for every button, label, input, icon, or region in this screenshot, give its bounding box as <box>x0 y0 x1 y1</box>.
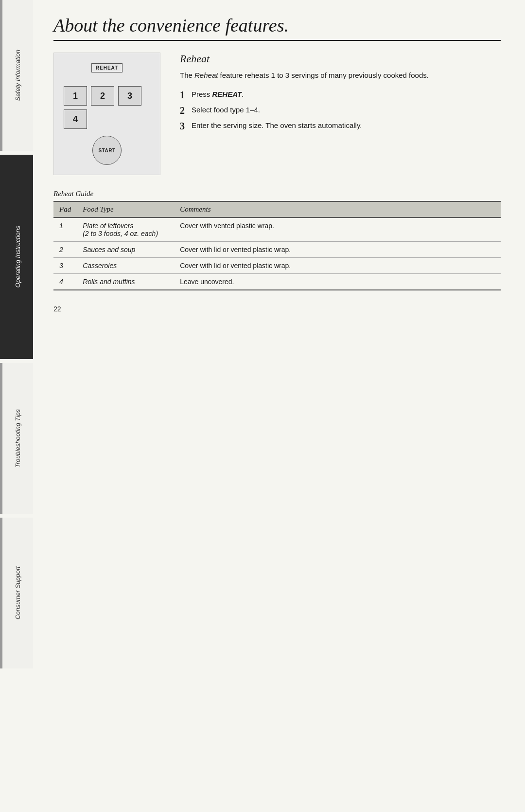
reheat-heading: Reheat <box>180 53 501 65</box>
step-1-text: Press REHEAT. <box>192 89 501 100</box>
table-cell-food-3: Casseroles <box>77 258 174 274</box>
table-row: 3 Casseroles Cover with lid or vented pl… <box>53 258 501 274</box>
page-title: About the convenience features. <box>53 15 501 36</box>
table-cell-comment-2: Cover with lid or vented plastic wrap. <box>174 242 501 258</box>
sidebar-section-consumer: Consumer Support <box>0 518 33 668</box>
table-cell-pad-3: 3 <box>53 258 77 274</box>
table-cell-food-2: Sauces and soup <box>77 242 174 258</box>
sidebar-section-safety: Safety Information <box>0 0 33 151</box>
sidebar-section-operating: Operating Instructions <box>0 155 33 359</box>
reheat-guide-heading: Reheat Guide <box>53 190 501 198</box>
table-row: 1 Plate of leftovers (2 to 3 foods, 4 oz… <box>53 217 501 242</box>
keypad-number-row-bottom: 4 <box>64 109 150 129</box>
table-header-row: Pad Food Type Comments <box>53 201 501 217</box>
main-content: About the convenience features. REHEAT 1… <box>39 0 525 332</box>
table-cell-comment-1: Cover with vented plastic wrap. <box>174 217 501 242</box>
keypad-key-4[interactable]: 4 <box>64 109 87 129</box>
table-header-pad: Pad <box>53 201 77 217</box>
keypad-start-button[interactable]: START <box>92 136 122 165</box>
table-cell-comment-4: Leave uncovered. <box>174 274 501 290</box>
top-section: REHEAT 1 2 3 4 START Reheat The Reheat <box>53 53 501 175</box>
sidebar-label-consumer: Consumer Support <box>14 566 21 619</box>
step-2: 2 Select food type 1–4. <box>180 105 501 116</box>
step-3-text: Enter the serving size. The oven starts … <box>192 120 501 131</box>
reheat-guide-section: Reheat Guide Pad Food Type Comments 1 Pl… <box>53 190 501 290</box>
reheat-description: The Reheat feature reheats 1 to 3 servin… <box>180 70 501 81</box>
step-1-number: 1 <box>180 89 189 101</box>
table-cell-comment-3: Cover with lid or vented plastic wrap. <box>174 258 501 274</box>
sidebar-label-safety: Safety Information <box>14 50 21 101</box>
table-cell-pad-1: 1 <box>53 217 77 242</box>
keypad-key-1[interactable]: 1 <box>64 86 87 106</box>
reheat-section: Reheat The Reheat feature reheats 1 to 3… <box>180 53 501 136</box>
table-header-food: Food Type <box>77 201 174 217</box>
keypad-number-row-top: 1 2 3 <box>64 86 150 106</box>
table-cell-pad-4: 4 <box>53 274 77 290</box>
table-header-comments: Comments <box>174 201 501 217</box>
step-2-text: Select food type 1–4. <box>192 105 501 116</box>
keypad-start-row: START <box>64 136 150 165</box>
step-1: 1 Press REHEAT. <box>180 89 501 101</box>
keypad-reheat-label: REHEAT <box>91 63 122 72</box>
reheat-italic-word: Reheat <box>194 71 218 79</box>
keypad-illustration: REHEAT 1 2 3 4 START <box>53 53 160 175</box>
sidebar: Safety Information Operating Instruction… <box>0 0 33 812</box>
table-row: 2 Sauces and soup Cover with lid or vent… <box>53 242 501 258</box>
sidebar-label-operating: Operating Instructions <box>14 226 21 288</box>
table-cell-food-4: Rolls and muffins <box>77 274 174 290</box>
keypad-key-2[interactable]: 2 <box>91 86 114 106</box>
step-3-number: 3 <box>180 120 189 132</box>
title-divider <box>53 40 501 41</box>
reheat-guide-table: Pad Food Type Comments 1 Plate of leftov… <box>53 201 501 290</box>
sidebar-label-troubleshooting: Troubleshooting Tips <box>14 409 21 468</box>
table-row: 4 Rolls and muffins Leave uncovered. <box>53 274 501 290</box>
steps-list: 1 Press REHEAT. 2 Select food type 1–4. … <box>180 89 501 132</box>
keypad-reheat-row: REHEAT <box>64 63 150 79</box>
sidebar-section-troubleshooting: Troubleshooting Tips <box>0 363 33 514</box>
page-number: 22 <box>53 305 501 313</box>
table-cell-food-1: Plate of leftovers (2 to 3 foods, 4 oz. … <box>77 217 174 242</box>
step-2-number: 2 <box>180 105 189 116</box>
table-cell-pad-2: 2 <box>53 242 77 258</box>
step-3: 3 Enter the serving size. The oven start… <box>180 120 501 132</box>
keypad-key-3[interactable]: 3 <box>118 86 141 106</box>
